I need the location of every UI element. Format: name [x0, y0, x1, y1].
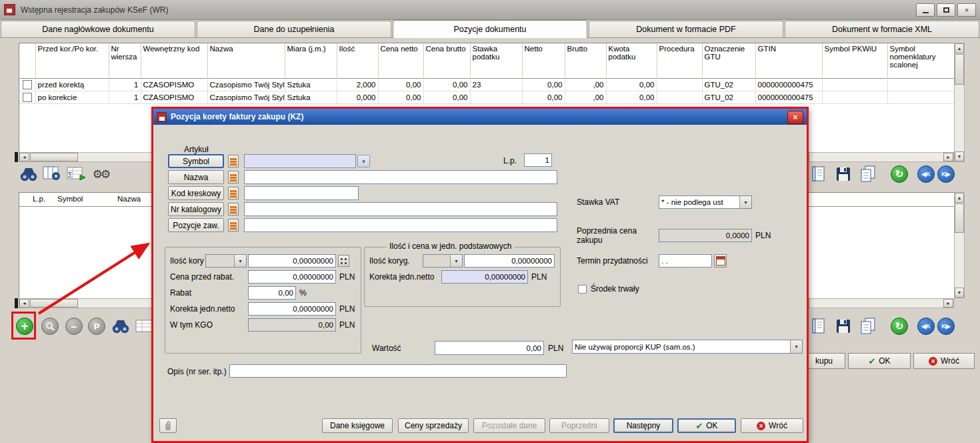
column-header[interactable]: Nr wiersza	[109, 43, 141, 79]
column-header[interactable]: Cena brutto	[423, 43, 470, 79]
ilosc-kory-field[interactable]: 0,00000000	[248, 254, 336, 268]
column-header[interactable]: Kwota podatku	[606, 43, 657, 79]
nr-katalogowy-selector-button[interactable]: Nr katalogowy	[168, 202, 224, 216]
operations-button[interactable]: ⚙⚙	[91, 164, 111, 184]
opis-input[interactable]	[229, 364, 567, 378]
dane-ksiegowe-button[interactable]: Dane księgowe	[322, 418, 393, 433]
save-button[interactable]	[833, 316, 853, 336]
pozycje-zaw-input[interactable]	[244, 218, 557, 232]
scroll-down-button[interactable]: ▼	[955, 151, 964, 161]
column-header[interactable]: Symbol PKWiU	[822, 43, 887, 79]
find-button[interactable]	[19, 164, 39, 184]
nazwa-list-button[interactable]	[228, 171, 239, 183]
journal-button[interactable]	[808, 164, 828, 184]
pozycje-zaw-selector-button[interactable]: Pozycje zaw.	[168, 218, 224, 232]
tab-dokument-xml[interactable]: Dokument w formacie XML	[785, 21, 979, 37]
korekta-jedn-netto-field[interactable]: 0,00000000	[248, 302, 336, 316]
column-header[interactable]: Wewnętrzny kod	[141, 43, 207, 79]
nazwa-input[interactable]	[244, 170, 557, 184]
column-header[interactable]: Netto	[522, 43, 565, 79]
dialog-ok-button[interactable]: ✔ OK	[677, 418, 736, 433]
column-header[interactable]: Nazwa	[117, 195, 141, 203]
symbol-list-button[interactable]	[228, 155, 239, 167]
ok-button[interactable]: ✔ OK	[848, 353, 911, 369]
sync-button[interactable]: ↻	[889, 316, 909, 336]
ilosc-kory-unit-combo[interactable]: ▾	[205, 254, 247, 268]
attachment-button[interactable]	[159, 418, 177, 433]
scroll-thumb[interactable]	[955, 203, 964, 233]
kod-kreskowy-selector-button[interactable]: Kod kreskowy	[168, 186, 224, 200]
minimize-button[interactable]	[916, 3, 935, 17]
scroll-thumb[interactable]	[30, 153, 78, 161]
tab-dane-naglowkowe[interactable]: Dane nagłówkowe dokumentu	[1, 21, 195, 37]
vscrollbar-bottom[interactable]: ▲ ▼	[954, 192, 965, 298]
pozostale-dane-button[interactable]: Pozostałe dane	[473, 418, 545, 433]
ksef-prev-button[interactable]: ◀K	[916, 164, 936, 184]
table-row[interactable]: po korekcie 1 CZASOPISMO Czasopismo Twój…	[19, 91, 954, 104]
poprzedni-button[interactable]: Poprzedni	[549, 418, 609, 433]
symbol-lookup-button[interactable]: ▾	[357, 155, 370, 167]
srodek-trwaly-checkbox[interactable]	[578, 285, 587, 294]
wartosc-field[interactable]: 0,00	[435, 341, 544, 355]
kod-kreskowy-input[interactable]	[244, 186, 359, 200]
sync-button[interactable]: ↻	[889, 164, 909, 184]
save-button[interactable]	[833, 164, 853, 184]
nr-katalogowy-list-button[interactable]	[228, 203, 239, 215]
column-header[interactable]: Procedura	[657, 43, 702, 79]
scroll-down-button[interactable]: ▼	[955, 288, 964, 298]
pozycje-zaw-list-button[interactable]	[228, 219, 239, 232]
vscrollbar-top[interactable]: ▲ ▼	[954, 43, 965, 162]
scroll-up-button[interactable]: ▲	[955, 43, 964, 53]
close-button[interactable]: ×	[957, 3, 976, 17]
kod-kreskowy-list-button[interactable]	[228, 187, 239, 199]
ksef-prev-button[interactable]: ◀K	[916, 316, 936, 336]
scroll-up-button[interactable]: ▲	[955, 193, 964, 203]
column-header[interactable]: Ilość	[337, 43, 378, 79]
rabat-field[interactable]: 0,00	[248, 286, 296, 300]
column-header[interactable]: Przed kor./Po kor.	[35, 43, 109, 79]
copy-button[interactable]	[859, 316, 879, 336]
ksef-next-button[interactable]: K▶	[936, 164, 956, 184]
chevron-down-icon[interactable]: ▾	[739, 196, 751, 208]
maximize-button[interactable]	[937, 3, 955, 17]
nazwa-selector-button[interactable]: Nazwa	[168, 170, 224, 184]
symbol-selector-button[interactable]: Symbol	[168, 154, 224, 168]
ilosc-koryg-field[interactable]: 0,00000000	[464, 254, 555, 268]
dialog-back-button[interactable]: × Wróć	[741, 418, 803, 433]
hscrollbar-bottom-right[interactable]: ►	[809, 298, 954, 308]
tab-dane-do-uzupelnienia[interactable]: Dane do uzupełnienia	[197, 21, 391, 37]
units-button[interactable]	[338, 255, 349, 267]
column-header[interactable]: GTIN	[755, 43, 822, 79]
aggregate-button[interactable]: Σ	[67, 164, 87, 184]
column-header[interactable]: L.p.	[33, 195, 45, 203]
column-header[interactable]: Symbol	[57, 195, 83, 203]
nr-katalogowy-input[interactable]	[244, 202, 557, 216]
scroll-right-button[interactable]: ►	[943, 153, 953, 161]
stawka-vat-combo[interactable]: * - nie podlega ust ▾	[659, 195, 752, 209]
scroll-left-button[interactable]: ◄	[19, 153, 29, 161]
column-header[interactable]: Nazwa	[207, 43, 285, 79]
column-header[interactable]: Oznaczenie GTU	[702, 43, 755, 79]
table-row[interactable]: przed korektą 1 CZASOPISMO Czasopismo Tw…	[19, 79, 954, 91]
column-header[interactable]: Symbol nomenklatury scalonej	[887, 43, 954, 79]
ceny-sprzedazy-button[interactable]: Ceny sprzedaży	[398, 418, 469, 433]
back-button[interactable]: × Wróć	[913, 353, 975, 369]
journal-button[interactable]	[808, 316, 828, 336]
row-checkbox[interactable]	[23, 93, 32, 102]
scroll-left-button[interactable]: ◄	[19, 299, 29, 308]
chevron-down-icon[interactable]: ▾	[450, 255, 462, 267]
kup-combo[interactable]: Nie używaj proporcji KUP (sam.os.) ▾	[572, 340, 803, 354]
ksef-next-button[interactable]: K▶	[936, 316, 956, 336]
column-header[interactable]: Miara (j.m.)	[285, 43, 337, 79]
hscrollbar-top[interactable]: ◄	[19, 152, 155, 162]
column-header[interactable]: Brutto	[565, 43, 606, 79]
column-header[interactable]: Stawka podatku	[470, 43, 522, 79]
scroll-thumb[interactable]	[955, 54, 964, 85]
lp-field[interactable]: 1	[524, 153, 552, 167]
cena-przed-rabat-field[interactable]: 0,00000000	[248, 270, 336, 284]
scroll-right-button[interactable]: ►	[943, 299, 953, 308]
tab-pozycje-dokumentu[interactable]: Pozycje dokumentu	[393, 20, 587, 38]
tab-dokument-pdf[interactable]: Dokument w formacie PDF	[589, 21, 783, 37]
find-in-columns-button[interactable]	[43, 164, 63, 184]
chevron-down-icon[interactable]: ▾	[790, 340, 802, 353]
